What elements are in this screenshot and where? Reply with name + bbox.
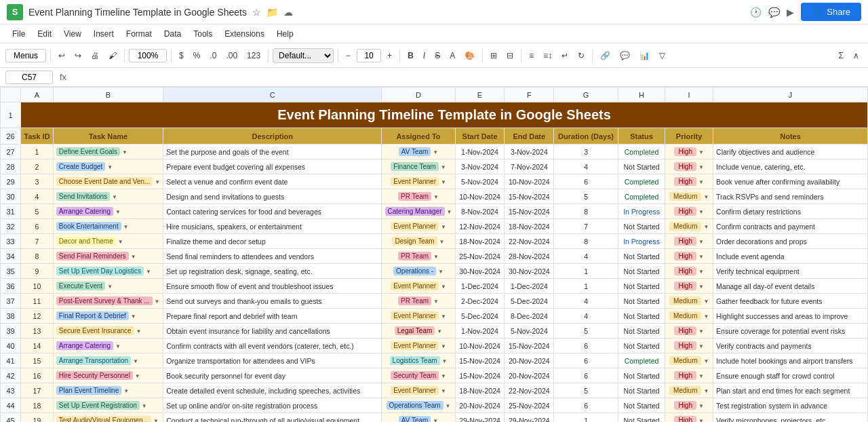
cell-assigned-to[interactable]: Operations - ▼ xyxy=(382,264,455,279)
bold-button[interactable]: B xyxy=(404,49,417,62)
assigned-dropdown-arrow[interactable]: ▼ xyxy=(447,209,452,215)
task-dropdown-arrow[interactable]: ▼ xyxy=(118,239,123,245)
menu-tools[interactable]: Tools xyxy=(188,27,218,41)
task-dropdown-arrow[interactable]: ▼ xyxy=(131,254,136,260)
cell-task-id[interactable]: 2 xyxy=(21,159,54,174)
priority-dropdown-arrow[interactable]: ▼ xyxy=(698,149,704,155)
cell-task-name[interactable]: Hire Security Personnel ▼ xyxy=(53,368,163,383)
assigned-dropdown-arrow[interactable]: ▼ xyxy=(433,254,439,260)
paint-format-button[interactable]: 🖌 xyxy=(105,49,120,62)
menu-extensions[interactable]: Extensions xyxy=(219,27,270,41)
task-dropdown-arrow[interactable]: ▼ xyxy=(146,269,151,275)
folder-icon[interactable]: 📁 xyxy=(267,7,278,18)
cell-assigned-to[interactable]: Finance Team ▼ xyxy=(382,159,455,174)
cell-assigned-to[interactable]: Event Planner ▼ xyxy=(382,383,455,398)
menu-insert[interactable]: Insert xyxy=(88,27,119,41)
cell-priority[interactable]: High ▼ xyxy=(665,264,713,279)
menu-edit[interactable]: Edit xyxy=(32,27,57,41)
assigned-dropdown-arrow[interactable]: ▼ xyxy=(441,179,446,185)
present-icon[interactable]: ▶ xyxy=(787,7,794,18)
borders-button[interactable]: ⊞ xyxy=(487,49,500,62)
cell-priority[interactable]: High ▼ xyxy=(665,279,713,294)
col-header-i[interactable]: I xyxy=(665,88,713,102)
cell-priority[interactable]: Medium ▼ xyxy=(665,353,713,368)
cell-task-id[interactable]: 18 xyxy=(21,398,54,413)
comment-icon[interactable]: 💬 xyxy=(768,7,780,18)
cell-task-name[interactable]: Arrange Catering ▼ xyxy=(53,204,163,219)
menu-data[interactable]: Data xyxy=(159,27,186,41)
cell-priority[interactable]: High ▼ xyxy=(665,234,713,249)
zoom-input[interactable] xyxy=(129,49,167,62)
assigned-dropdown-arrow[interactable]: ▼ xyxy=(441,164,446,170)
cell-task-name[interactable]: Arrange Catering ▼ xyxy=(53,339,163,353)
col-header-d[interactable]: D xyxy=(382,88,455,102)
cell-assigned-to[interactable]: Operations Team ▼ xyxy=(382,398,455,413)
cell-task-id[interactable]: 3 xyxy=(21,174,54,189)
assigned-dropdown-arrow[interactable]: ▼ xyxy=(441,388,446,394)
search-input[interactable] xyxy=(5,49,46,62)
assigned-dropdown-arrow[interactable]: ▼ xyxy=(433,194,439,200)
cell-task-id[interactable]: 6 xyxy=(21,219,54,234)
cell-task-id[interactable]: 9 xyxy=(21,264,54,279)
cell-assigned-to[interactable]: PR Team ▼ xyxy=(382,294,455,309)
priority-dropdown-arrow[interactable]: ▼ xyxy=(703,388,709,394)
priority-dropdown-arrow[interactable]: ▼ xyxy=(703,224,709,230)
cell-priority[interactable]: High ▼ xyxy=(665,368,713,383)
priority-dropdown-arrow[interactable]: ▼ xyxy=(698,284,704,290)
cell-priority[interactable]: Medium ▼ xyxy=(665,309,713,324)
cell-priority[interactable]: High ▼ xyxy=(665,204,713,219)
col-header-b[interactable]: B xyxy=(53,88,163,102)
assigned-dropdown-arrow[interactable]: ▼ xyxy=(441,373,446,379)
cell-assigned-to[interactable]: Security Team ▼ xyxy=(382,368,455,383)
task-dropdown-arrow[interactable]: ▼ xyxy=(155,179,160,185)
font-color-button[interactable]: A xyxy=(446,49,458,62)
col-header-a[interactable]: A xyxy=(21,88,54,102)
cell-priority[interactable]: Medium ▼ xyxy=(665,383,713,398)
font-size-decrease-button[interactable]: − xyxy=(342,49,354,62)
col-header-e[interactable]: E xyxy=(455,88,505,102)
cell-assigned-to[interactable]: Event Planner ▼ xyxy=(382,279,455,294)
menu-help[interactable]: Help xyxy=(271,27,299,41)
cell-priority[interactable]: Medium ▼ xyxy=(665,294,713,309)
priority-dropdown-arrow[interactable]: ▼ xyxy=(698,373,704,379)
filter-button[interactable]: ▽ xyxy=(656,49,669,62)
col-header-f[interactable]: F xyxy=(505,88,554,102)
col-header-g[interactable]: G xyxy=(554,88,618,102)
task-dropdown-arrow[interactable]: ▼ xyxy=(107,164,113,170)
align-button[interactable]: ≡ xyxy=(526,49,537,62)
cell-priority[interactable]: High ▼ xyxy=(665,145,713,159)
priority-dropdown-arrow[interactable]: ▼ xyxy=(698,209,704,215)
font-size-input[interactable] xyxy=(357,49,381,62)
task-dropdown-arrow[interactable]: ▼ xyxy=(107,284,113,290)
col-header-c[interactable]: C xyxy=(163,88,382,102)
assigned-dropdown-arrow[interactable]: ▼ xyxy=(437,328,442,334)
cell-task-id[interactable]: 16 xyxy=(21,368,54,383)
cell-priority[interactable]: High ▼ xyxy=(665,324,713,339)
task-dropdown-arrow[interactable]: ▼ xyxy=(133,358,138,364)
cell-assigned-to[interactable]: Event Planner ▼ xyxy=(382,339,455,353)
cell-task-name[interactable]: Send Final Reminders ▼ xyxy=(53,249,163,264)
priority-dropdown-arrow[interactable]: ▼ xyxy=(698,343,704,349)
percent-button[interactable]: % xyxy=(190,49,204,62)
cell-priority[interactable]: Medium ▼ xyxy=(665,219,713,234)
cell-task-name[interactable]: Arrange Transportation ▼ xyxy=(53,353,163,368)
decimal-increase-button[interactable]: .00 xyxy=(222,49,241,62)
cloud-icon[interactable]: ☁ xyxy=(283,7,293,18)
print-button[interactable]: 🖨 xyxy=(87,49,102,62)
undo-button[interactable]: ↩ xyxy=(55,49,68,62)
priority-dropdown-arrow[interactable]: ▼ xyxy=(698,403,704,409)
cell-task-name[interactable]: Secure Event Insurance ▼ xyxy=(53,324,163,339)
task-dropdown-arrow[interactable]: ▼ xyxy=(142,403,147,409)
cell-priority[interactable]: Medium ▼ xyxy=(665,189,713,204)
cell-task-id[interactable]: 15 xyxy=(21,353,54,368)
priority-dropdown-arrow[interactable]: ▼ xyxy=(698,418,704,422)
task-dropdown-arrow[interactable]: ▼ xyxy=(135,373,140,379)
functions-button[interactable]: Σ xyxy=(835,49,847,62)
priority-dropdown-arrow[interactable]: ▼ xyxy=(698,269,704,275)
italic-button[interactable]: I xyxy=(420,49,429,62)
assigned-dropdown-arrow[interactable]: ▼ xyxy=(438,269,443,275)
assigned-dropdown-arrow[interactable]: ▼ xyxy=(433,149,438,155)
cell-priority[interactable]: High ▼ xyxy=(665,159,713,174)
cell-assigned-to[interactable]: Event Planner ▼ xyxy=(382,309,455,324)
cell-priority[interactable]: High ▼ xyxy=(665,413,713,423)
